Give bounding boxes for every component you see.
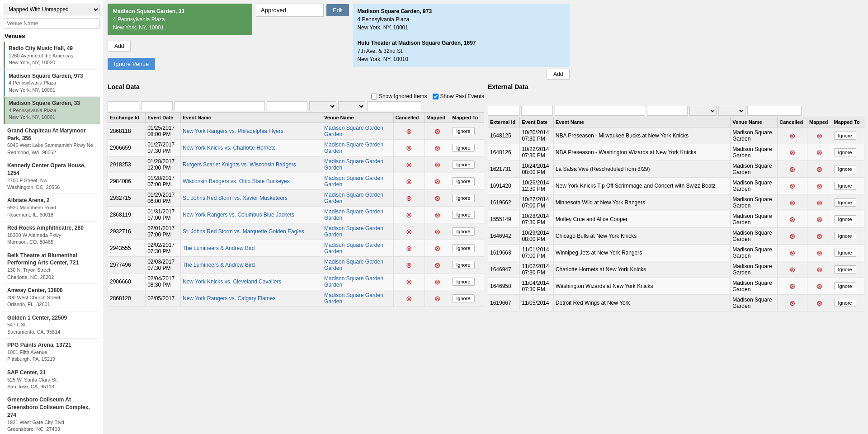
cell-ext-id: 1646950 xyxy=(488,278,520,295)
cell-ext-id: 1646942 xyxy=(488,228,520,245)
ignore-button[interactable]: Ignore xyxy=(452,278,474,286)
sidebar-venue-item[interactable]: SAP Center, 31 525 W. Santa Clara St. Sa… xyxy=(4,366,100,394)
ext-ignore-button[interactable]: Ignore xyxy=(834,148,856,156)
status-input[interactable] xyxy=(256,4,324,17)
venue-name-link[interactable]: Madison Square GardenGarden xyxy=(324,125,383,137)
venue-name-link[interactable]: Madison Square GardenGarden xyxy=(324,142,383,154)
sidebar-venue-item[interactable]: Belk Theatre at Blumenthal Performing Ar… xyxy=(4,249,100,284)
local-filter-venue[interactable] xyxy=(267,101,307,111)
ext-filter-name[interactable] xyxy=(555,106,645,116)
sidebar-venue-item[interactable]: Madison Square Garden, 973 4 Pennsylvani… xyxy=(4,70,100,97)
ignore-button[interactable]: Ignore xyxy=(452,144,474,152)
sidebar: Mapped With Unmapped All Venues Unmapped… xyxy=(0,0,104,434)
ignore-button[interactable]: Ignore xyxy=(452,244,474,252)
cell-ext-id: 1648125 xyxy=(488,127,520,144)
event-link[interactable]: New York Rangers vs. Columbus Blue Jacke… xyxy=(183,212,294,218)
local-filter-id[interactable] xyxy=(108,101,139,111)
show-past-checkbox[interactable] xyxy=(433,94,439,99)
sidebar-venue-item[interactable]: Madison Square Garden, 33 4 Pennsylvania… xyxy=(4,97,100,124)
event-link[interactable]: Wisconsin Badgers vs. Ohio State Buckeye… xyxy=(183,178,290,184)
external-venue-card[interactable]: Madison Square Garden, 973 4 Pennsylvani… xyxy=(353,4,570,35)
local-filter-mapped[interactable] xyxy=(338,101,365,111)
ext-ignore-button[interactable]: Ignore xyxy=(834,182,856,190)
ignore-button[interactable]: Ignore xyxy=(452,227,474,236)
event-link[interactable]: St. Johns Red Storm vs. Xavier Musketeer… xyxy=(183,195,288,201)
ignore-button[interactable]: Ignore xyxy=(452,261,474,269)
show-ignored-label[interactable]: Show Ignored Items xyxy=(371,93,427,99)
venue-name-link[interactable]: Madison Square GardenGarden xyxy=(324,292,383,305)
local-filter-name[interactable] xyxy=(175,101,265,111)
cell-exchange-id: 2868118 xyxy=(108,123,146,140)
venue-name-link[interactable]: Madison Square GardenGarden xyxy=(324,242,383,255)
show-ignored-checkbox[interactable] xyxy=(371,94,377,99)
ext-filter-mapped-to[interactable] xyxy=(747,106,802,116)
ignore-button[interactable]: Ignore xyxy=(452,294,474,302)
external-venue-card[interactable]: Hulu Theater at Madison Square Garden, 1… xyxy=(353,35,570,67)
external-add-button[interactable]: Add xyxy=(547,69,570,80)
mapped-icon: ⊗ xyxy=(434,161,440,169)
ext-ignore-button[interactable]: Ignore xyxy=(834,215,856,223)
sidebar-venue-item[interactable]: PPG Paints Arena, 13721 1001 Fifth Avenu… xyxy=(4,339,100,366)
cell-mapped: ⊗ xyxy=(425,140,450,156)
event-link[interactable]: New York Rangers vs. Calgary Flames xyxy=(183,295,275,302)
cell-mapped-to: Ignore xyxy=(450,123,484,140)
sidebar-venue-item[interactable]: Golden 1 Center, 22509 547 L St. Sacrame… xyxy=(4,311,100,339)
ext-filter-id[interactable] xyxy=(488,106,519,116)
venue-name-link[interactable]: Madison Square GardenGarden xyxy=(324,192,383,204)
event-link[interactable]: St. Johns Red Storm vs. Marquette Golden… xyxy=(183,228,304,235)
local-filter-cancelled[interactable] xyxy=(309,101,336,111)
ignore-venue-button[interactable]: Ignore Venue xyxy=(108,58,155,70)
event-link[interactable]: New York Rangers vs. Philadelphia Flyers xyxy=(183,128,283,134)
venue-name-link[interactable]: Madison Square GardenGarden xyxy=(324,275,383,288)
ext-ignore-button[interactable]: Ignore xyxy=(834,249,856,257)
sidebar-venue-item[interactable]: Grand Chapiteau At Marymoor Park, 356 60… xyxy=(4,124,100,159)
ignore-button[interactable]: Ignore xyxy=(452,194,474,202)
external-table-scroll[interactable]: External Id Event Date Event Name Venue … xyxy=(488,117,864,311)
sidebar-venue-item[interactable]: Kennedy Center Opera House, 1254 2700 F … xyxy=(4,159,100,194)
ignore-button[interactable]: Ignore xyxy=(452,211,474,219)
ext-filter-venue[interactable] xyxy=(647,106,688,116)
venue-name-link[interactable]: Madison Square GardenGarden xyxy=(324,175,383,188)
venue-name-link[interactable]: Madison Square GardenGarden xyxy=(324,158,383,171)
cell-ext-date: 11/05/2014 xyxy=(520,295,553,311)
local-table-scroll[interactable]: Exchange Id Event Date Event Name Venue … xyxy=(108,112,484,307)
ext-filter-date[interactable] xyxy=(521,106,553,116)
ext-cancelled-icon: ⊗ xyxy=(789,232,795,240)
sidebar-venue-item[interactable]: Amway Center, 13800 400 West Church Stre… xyxy=(4,284,100,311)
ext-ignore-button[interactable]: Ignore xyxy=(834,132,856,140)
local-filter-date[interactable] xyxy=(141,101,173,111)
local-filter-mapped-to[interactable] xyxy=(367,101,421,111)
ignore-button[interactable]: Ignore xyxy=(452,160,474,169)
ext-ignore-button[interactable]: Ignore xyxy=(834,299,856,307)
event-link[interactable]: Rutgers Scarlet Knights vs. Wisconsin Ba… xyxy=(183,161,296,168)
local-add-button[interactable]: Add xyxy=(108,41,131,52)
cell-cancelled: ⊗ xyxy=(393,140,425,156)
ext-ignore-button[interactable]: Ignore xyxy=(834,165,856,173)
venue-filter-dropdown[interactable]: Mapped With Unmapped All Venues Unmapped… xyxy=(4,4,100,15)
sidebar-venue-item[interactable]: Red Rocks Amphitheatre, 280 18300 W Alam… xyxy=(4,222,100,249)
venue-name-link[interactable]: Madison Square GardenGarden xyxy=(324,208,383,221)
ext-mapped-icon: ⊗ xyxy=(816,249,822,257)
event-link[interactable]: New York Knicks vs. Charlotte Hornets xyxy=(183,145,275,151)
venue-search-input[interactable] xyxy=(4,18,100,29)
ext-filter-mapped[interactable] xyxy=(718,106,745,116)
ignore-button[interactable]: Ignore xyxy=(452,127,474,135)
sidebar-venue-item[interactable]: Greensboro Coliseum At Greensboro Colise… xyxy=(4,393,100,434)
event-link[interactable]: New York Knicks vs. Cleveland Cavaliers xyxy=(183,278,281,285)
event-link[interactable]: The Lumineers & Andrew Bird xyxy=(183,245,255,251)
event-link[interactable]: The Lumineers & Andrew Bird xyxy=(183,262,255,268)
ext-filter-cancelled[interactable] xyxy=(689,106,717,116)
edit-button[interactable]: Edit xyxy=(326,4,349,16)
mapped-icon: ⊗ xyxy=(434,228,440,236)
ext-ignore-button[interactable]: Ignore xyxy=(834,282,856,290)
cell-venue-name: Madison Square GardenGarden xyxy=(322,173,394,190)
ext-ignore-button[interactable]: Ignore xyxy=(834,265,856,274)
ext-ignore-button[interactable]: Ignore xyxy=(834,232,856,240)
sidebar-venue-item[interactable]: Radio City Music Hall, 49 1260 Avenue of… xyxy=(4,42,100,70)
sidebar-venue-item[interactable]: Allstate Arena, 2 6920 Mannheim Road Ros… xyxy=(4,194,100,222)
ext-ignore-button[interactable]: Ignore xyxy=(834,198,856,207)
venue-name-link[interactable]: Madison Square GardenGarden xyxy=(324,259,383,271)
show-past-label[interactable]: Show Past Events xyxy=(433,93,484,99)
ignore-button[interactable]: Ignore xyxy=(452,177,474,185)
venue-name-link[interactable]: Madison Square GardenGarden xyxy=(324,225,383,238)
